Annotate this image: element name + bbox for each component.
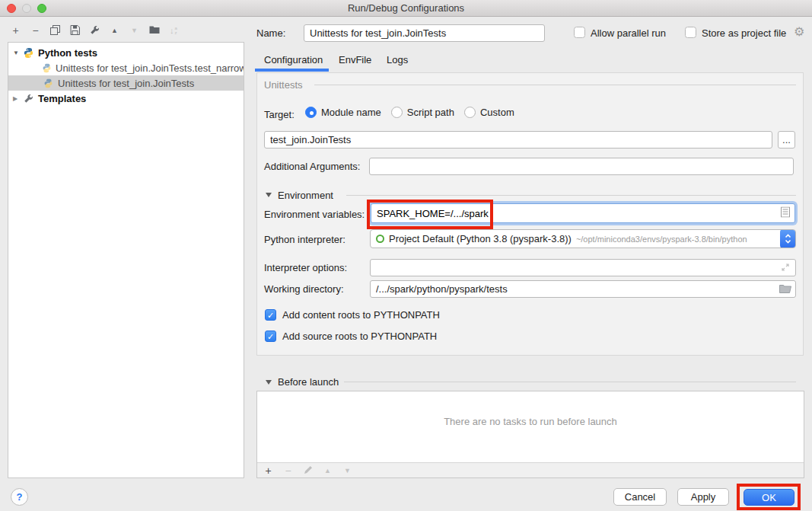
configurations-toolbar: + − ▲ ▼ ↓az — [11, 24, 177, 37]
checked-checkbox-icon[interactable]: ✓ — [265, 331, 276, 342]
radio-label: Module name — [321, 107, 381, 118]
cancel-button[interactable]: Cancel — [613, 488, 667, 506]
environment-variables-input[interactable] — [371, 204, 794, 222]
radio-icon[interactable] — [464, 107, 476, 118]
remove-configuration-icon[interactable]: − — [30, 25, 40, 36]
python-run-config-icon — [42, 77, 54, 89]
tree-item-label: Python tests — [38, 47, 97, 59]
store-as-project-file-label: Store as project file — [702, 27, 786, 39]
python-interpreter-select[interactable]: Project Default (Python 3.8 (pyspark-3.8… — [370, 229, 796, 248]
zoom-button[interactable] — [37, 4, 46, 13]
interpreter-name: Project Default (Python 3.8 (pyspark-3.8… — [389, 233, 572, 244]
add-source-roots-checkbox-row[interactable]: ✓ Add source roots to PYTHONPATH — [265, 331, 437, 342]
close-button[interactable] — [7, 4, 16, 13]
minimize-button[interactable] — [22, 4, 31, 13]
move-down-icon[interactable]: ▼ — [129, 25, 139, 36]
before-launch-section-arrow-icon[interactable] — [266, 380, 272, 385]
radio-script-path[interactable]: Script path — [391, 107, 454, 118]
before-launch-title: Before launch — [278, 376, 339, 388]
title-bar: Run/Debug Configurations — [0, 0, 812, 17]
python-icon — [22, 46, 34, 59]
edit-variables-icon[interactable] — [781, 207, 790, 220]
save-configuration-icon[interactable] — [70, 25, 80, 37]
tree-item-label: Unittests for test_join.JoinTests — [58, 78, 194, 89]
allow-parallel-run-checkbox[interactable] — [574, 27, 585, 38]
additional-arguments-input[interactable] — [369, 158, 794, 175]
interpreter-options-label: Interpreter options: — [264, 262, 347, 273]
edit-templates-wrench-icon[interactable] — [90, 25, 100, 37]
working-directory-label: Working directory: — [264, 283, 344, 295]
unittests-group-title: Unittests — [264, 79, 303, 91]
radio-icon[interactable] — [391, 107, 403, 118]
tree-item-python-tests[interactable]: ▼ Python tests — [8, 45, 244, 60]
environment-variables-label: Environment variables: — [264, 209, 365, 220]
environment-section-arrow-icon[interactable] — [266, 193, 272, 197]
checked-checkbox-icon[interactable]: ✓ — [265, 309, 276, 321]
sort-alphabetically-icon[interactable]: ↓az — [170, 26, 177, 35]
expand-field-icon[interactable] — [781, 263, 790, 274]
add-configuration-icon[interactable]: + — [11, 25, 21, 36]
move-up-icon[interactable]: ▲ — [110, 25, 119, 36]
move-task-down-icon[interactable]: ▼ — [342, 465, 352, 476]
templates-wrench-icon — [22, 92, 34, 104]
folder-browse-icon[interactable] — [779, 284, 791, 295]
conda-environment-icon — [376, 235, 384, 243]
target-radio-group: Module name Script path Custom — [305, 107, 514, 118]
window-title: Run/Debug Configurations — [0, 0, 812, 16]
copy-configuration-icon[interactable] — [50, 25, 60, 37]
tree-item-label: Unittests for test_join.JoinTests.test_n… — [56, 62, 244, 74]
radio-label: Custom — [480, 107, 514, 118]
browse-module-button[interactable]: ... — [778, 131, 795, 149]
new-folder-icon[interactable] — [149, 25, 160, 36]
expanded-arrow-icon[interactable]: ▼ — [13, 50, 22, 56]
tab-configuration[interactable]: Configuration — [264, 54, 323, 65]
tab-envfile[interactable]: EnvFile — [339, 54, 371, 65]
tree-item-unittests-test-narrow[interactable]: Unittests for test_join.JoinTests.test_n… — [8, 60, 244, 75]
before-launch-empty-message: There are no tasks to run before launch — [257, 416, 804, 427]
active-tab-underline — [255, 69, 329, 72]
gear-icon[interactable]: ⚙ — [794, 26, 804, 38]
tree-item-templates[interactable]: ▶ Templates — [8, 91, 244, 106]
radio-label: Script path — [407, 107, 454, 118]
environment-variables-field — [371, 203, 795, 223]
section-divider — [346, 195, 796, 196]
radio-selected-icon[interactable] — [305, 107, 317, 118]
allow-parallel-run-label: Allow parallel run — [591, 27, 666, 39]
store-as-project-file-checkbox[interactable] — [685, 27, 696, 38]
environment-section-title: Environment — [278, 190, 333, 201]
add-content-roots-label: Add content roots to PYTHONPATH — [282, 309, 440, 321]
tab-logs[interactable]: Logs — [387, 54, 408, 65]
python-interpreter-label: Python interpreter: — [264, 234, 345, 245]
move-task-up-icon[interactable]: ▲ — [323, 465, 333, 476]
before-launch-panel: There are no tasks to run before launch … — [256, 391, 804, 478]
before-launch-toolbar: + − ▲ ▼ — [257, 462, 804, 477]
target-label: Target: — [264, 109, 295, 120]
interpreter-path: ~/opt/miniconda3/envs/pyspark-3.8/bin/py… — [576, 235, 747, 244]
additional-arguments-label: Additional Arguments: — [264, 161, 360, 172]
radio-custom[interactable]: Custom — [464, 107, 514, 118]
python-run-config-icon — [42, 62, 52, 74]
tree-item-unittests-jointests-selected[interactable]: Unittests for test_join.JoinTests — [8, 75, 244, 91]
collapsed-arrow-icon[interactable]: ▶ — [13, 95, 22, 102]
ok-button[interactable]: OK — [744, 489, 794, 506]
module-name-input[interactable] — [264, 131, 772, 149]
add-source-roots-label: Add source roots to PYTHONPATH — [282, 331, 437, 342]
interpreter-options-input[interactable] — [370, 259, 796, 276]
section-divider — [344, 382, 796, 382]
edit-task-pencil-icon[interactable] — [303, 465, 313, 476]
configurations-tree: ▼ Python tests Unittests for test_join.J… — [8, 42, 244, 478]
remove-task-icon[interactable]: − — [283, 465, 293, 476]
working-directory-input[interactable] — [370, 280, 796, 298]
radio-module-name[interactable]: Module name — [305, 107, 381, 118]
dropdown-stepper-icon[interactable] — [780, 229, 796, 248]
help-button[interactable]: ? — [11, 488, 28, 506]
name-label: Name: — [256, 27, 285, 39]
add-content-roots-checkbox-row[interactable]: ✓ Add content roots to PYTHONPATH — [265, 309, 440, 321]
group-divider — [314, 85, 796, 85]
name-input[interactable] — [304, 24, 545, 42]
apply-button[interactable]: Apply — [677, 488, 729, 506]
add-task-icon[interactable]: + — [263, 465, 273, 476]
tree-item-label: Templates — [38, 93, 86, 104]
